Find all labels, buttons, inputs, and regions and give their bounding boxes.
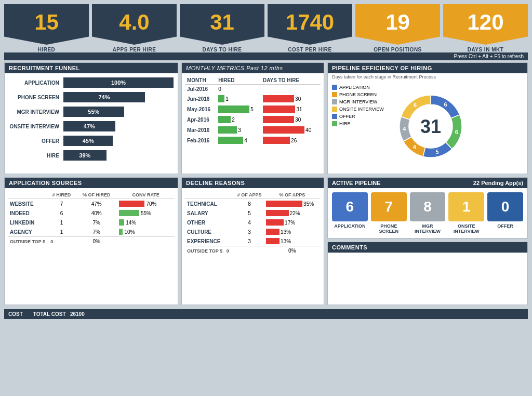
decline-outside-pct: 0% [264, 246, 321, 256]
active-count: 7 [371, 192, 407, 221]
source-conv: 70% [117, 199, 175, 209]
conv-value: 14% [126, 220, 136, 226]
decline-pct: 17% [264, 218, 321, 227]
active-count: 6 [332, 192, 368, 221]
funnel-bar: 45% [63, 136, 113, 146]
funnel-row-label: HIRE [9, 153, 63, 159]
metrics-month: Feb-2016 [185, 135, 216, 146]
svg-text:4: 4 [403, 126, 406, 132]
active-panel: ACTIVE PIPELINE 22 Pending App(s) 6 APPL… [327, 177, 528, 239]
funnel-row-label: APPLICATION [9, 80, 63, 86]
active-pending: 22 Pending App(s) [473, 180, 523, 186]
legend-label: HIRE [339, 121, 351, 126]
sources-outside-row: OUTSIDE TOP $ 0 0% [8, 237, 175, 246]
conv-bar-wrap: 55% [119, 210, 172, 216]
legend-label: ONSITE INTERVIEW [339, 107, 384, 112]
metrics-days: 30 [261, 114, 321, 125]
active-stage-label: OFFER [497, 223, 513, 229]
kpi-item: 19 OPEN POSITIONS [355, 4, 440, 52]
sources-table: # HIRED% OF HIREDCONV RATE WEBSITE 7 47%… [8, 191, 175, 246]
decline-row: EXPERIENCE 3 13% [185, 236, 321, 246]
sources-panel: APPLICATION SOURCES # HIRED% OF HIREDCON… [4, 177, 178, 305]
metrics-days: 40 [261, 125, 321, 135]
source-conv: 10% [117, 227, 175, 237]
decline-pct-val: 13% [281, 239, 291, 244]
funnel-row-label: PHONE SCREEN [9, 95, 63, 100]
metrics-days [261, 85, 321, 94]
kpi-value: 120 [467, 11, 503, 33]
funnel-row: MGR INTERVIEW 55% [9, 107, 174, 117]
active-header: ACTIVE PIPELINE 22 Pending App(s) [328, 178, 527, 188]
legend-dot [332, 99, 337, 104]
kpi-value: 1740 [286, 11, 334, 33]
metrics-hired: 2 [216, 114, 261, 125]
kpi-item: 31 DAYS TO HIRE [180, 4, 264, 52]
kpi-label: OPEN POSITIONS [374, 47, 422, 52]
kpi-shape: 1740 [268, 4, 352, 45]
legend-label: MGR INTERVIEW [339, 99, 377, 104]
decline-bar [266, 201, 302, 207]
source-hired: 1 [47, 227, 76, 237]
funnel-panel: RECRUITMENT FUNNEL APPLICATION 100% PHON… [4, 62, 178, 174]
decline-reason: EXPERIENCE [185, 236, 235, 246]
kpi-value: 19 [385, 11, 410, 33]
kpi-label: APPS PER HIRE [113, 47, 156, 52]
metrics-col-header: HIRED [216, 76, 261, 85]
legend-item: ONSITE INTERVIEW [332, 107, 384, 112]
pipeline-donut: 66544631 [389, 85, 472, 168]
decline-pct-val: 13% [281, 229, 291, 235]
legend-label: PHONE SCREEN [339, 92, 377, 97]
sources-row: LINKEDIN 1 7% 14% [8, 218, 175, 227]
funnel-row: PHONE SCREEN 74% [9, 92, 174, 102]
metrics-month: Apr-2016 [185, 114, 216, 125]
active-stage: 1 ONSITE INTERVIEW [448, 192, 484, 234]
conv-bar [119, 210, 139, 216]
pipeline-subtitle: Days taken for each stage in Recruitment… [328, 73, 527, 81]
funnel-row-label: ONSITE INTERVIEW [9, 124, 63, 129]
kpi-value: 31 [210, 11, 234, 33]
active-count: 8 [410, 192, 446, 221]
metrics-hired: 5 [216, 104, 261, 114]
legend-item: HIRE [332, 121, 384, 126]
decline-reason: OTHER [185, 218, 235, 227]
conv-bar-wrap: 70% [119, 201, 172, 207]
metrics-hired: 4 [216, 135, 261, 146]
decline-col-header [185, 191, 235, 199]
kpi-shape: 31 [180, 4, 264, 45]
decline-pct: 13% [264, 236, 321, 246]
active-stage: 0 OFFER [487, 192, 523, 234]
sources-col-header [8, 191, 47, 199]
funnel-row: ONSITE INTERVIEW 47% [9, 121, 174, 131]
legend-label: APPLICATION [339, 85, 370, 90]
metrics-month: Jul-2016 [185, 85, 216, 94]
decline-outside-row: OUTSIDE TOP $ 0 0% [185, 246, 321, 256]
source-pct: 47% [76, 199, 117, 209]
pipeline-body: APPLICATION PHONE SCREEN MGR INTERVIEW O… [328, 81, 527, 174]
kpi-shape: 19 [355, 4, 440, 45]
conv-value: 55% [141, 210, 151, 216]
sources-row: INDEED 6 40% 55% [8, 208, 175, 218]
metrics-body: MONTHHIREDDAYS TO HIRE Jul-2016 0 Jun-20… [182, 73, 324, 149]
source-name: INDEED [8, 208, 47, 218]
metrics-col-header: DAYS TO HIRE [261, 76, 321, 85]
decline-reason: SALARY [185, 208, 235, 218]
funnel-bar: 74% [63, 92, 145, 102]
kpi-label: HIRED [38, 47, 56, 52]
active-count: 0 [487, 192, 523, 221]
sources-header: APPLICATION SOURCES [5, 178, 178, 188]
conv-bar [119, 219, 124, 226]
legend-dot [332, 121, 337, 126]
funnel-bar-wrap: 47% [63, 121, 174, 131]
metrics-hired: 1 [216, 94, 261, 104]
decline-header: DECLINE REASONS [182, 178, 324, 188]
kpi-bar: 15 HIRED 4.0 APPS PER HIRE 31 DAYS TO HI… [0, 0, 532, 52]
decline-count: 5 [235, 208, 264, 218]
metrics-row: Apr-2016 2 30 [185, 114, 321, 125]
decline-row: OTHER 4 17% [185, 218, 321, 227]
metrics-days: 31 [261, 104, 321, 114]
svg-text:31: 31 [420, 116, 441, 137]
source-pct: 7% [76, 227, 117, 237]
conv-bar-wrap: 14% [119, 219, 172, 226]
decline-count: 8 [235, 199, 264, 209]
funnel-body: APPLICATION 100% PHONE SCREEN 74% MGR IN… [5, 73, 178, 169]
